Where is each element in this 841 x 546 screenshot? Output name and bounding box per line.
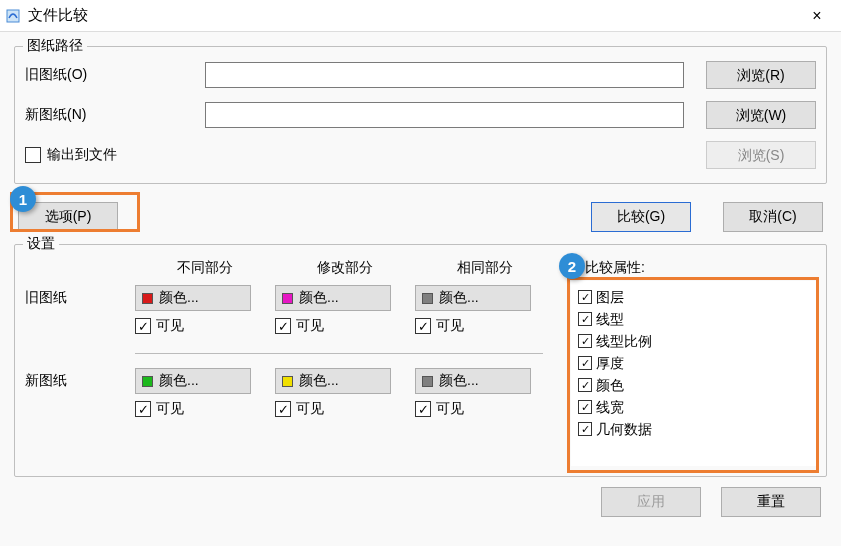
annotation-badge-2: 2 (559, 253, 585, 279)
close-button[interactable]: × (797, 0, 837, 32)
attr-checkbox[interactable]: ✓ (578, 334, 592, 348)
svg-rect-0 (7, 10, 19, 22)
compare-attrs-label: 比较属性: (585, 259, 816, 277)
visible-label: 可见 (296, 317, 324, 335)
new-drawing-label: 新图纸(N) (25, 106, 205, 124)
old-drawing-row: 旧图纸(O) 浏览(R) (25, 61, 816, 89)
new-same-color-button[interactable]: 颜色... (415, 368, 531, 394)
new-mod-visible-checkbox[interactable]: ✓ (275, 401, 291, 417)
compare-button[interactable]: 比较(G) (591, 202, 691, 232)
midbar: 1 选项(P) 比较(G) 取消(C) (14, 202, 827, 232)
attr-checkbox[interactable]: ✓ (578, 400, 592, 414)
color-label: 颜色... (159, 372, 199, 390)
app-icon (4, 7, 22, 25)
attr-checkbox[interactable]: ✓ (578, 356, 592, 370)
compare-attrs-list: ✓图层 ✓线型 ✓线型比例 ✓厚度 ✓颜色 ✓线宽 ✓几何数据 (571, 281, 816, 466)
attr-checkbox[interactable]: ✓ (578, 422, 592, 436)
attr-label: 厚度 (596, 352, 624, 374)
visible-label: 可见 (156, 400, 184, 418)
browse-output-button: 浏览(S) (706, 141, 816, 169)
output-to-file-checkbox[interactable] (25, 147, 41, 163)
cancel-button[interactable]: 取消(C) (723, 202, 823, 232)
attr-item-layer[interactable]: ✓图层 (578, 286, 809, 308)
new-drawing-row: 新图纸(N) 浏览(W) (25, 101, 816, 129)
attr-item-geometry[interactable]: ✓几何数据 (578, 418, 809, 440)
output-file-row: 输出到文件 浏览(S) (25, 141, 816, 169)
col-mod-label: 修改部分 (275, 259, 415, 277)
paths-legend: 图纸路径 (23, 37, 87, 55)
old-drawing-label: 旧图纸(O) (25, 66, 205, 84)
settings-columns-header: 不同部分 修改部分 相同部分 (25, 259, 565, 277)
settings-divider (135, 353, 543, 354)
color-label: 颜色... (299, 372, 339, 390)
col-same-label: 相同部分 (415, 259, 555, 277)
new-row-label: 新图纸 (25, 372, 135, 390)
old-row-label: 旧图纸 (25, 289, 135, 307)
old-diff-visible-checkbox[interactable]: ✓ (135, 318, 151, 334)
dialog-body: 图纸路径 旧图纸(O) 浏览(R) 新图纸(N) 浏览(W) 输出到文件 浏览(… (0, 32, 841, 546)
new-colors-row: 新图纸 颜色... 颜色... 颜色... (25, 368, 565, 394)
settings-groupbox: 设置 不同部分 修改部分 相同部分 旧图纸 颜色... (14, 244, 827, 477)
attr-label: 线型 (596, 308, 624, 330)
old-same-swatch (422, 293, 433, 304)
color-label: 颜色... (439, 289, 479, 307)
attr-item-linetype[interactable]: ✓线型 (578, 308, 809, 330)
new-diff-swatch (142, 376, 153, 387)
visible-label: 可见 (296, 400, 324, 418)
attr-item-color[interactable]: ✓颜色 (578, 374, 809, 396)
new-diff-color-button[interactable]: 颜色... (135, 368, 251, 394)
color-label: 颜色... (439, 372, 479, 390)
new-drawing-input[interactable] (205, 102, 684, 128)
browse-old-button[interactable]: 浏览(R) (706, 61, 816, 89)
settings-legend: 设置 (23, 235, 59, 253)
close-icon: × (812, 7, 821, 25)
bottom-buttons: 应用 重置 (14, 487, 827, 517)
paths-groupbox: 图纸路径 旧图纸(O) 浏览(R) 新图纸(N) 浏览(W) 输出到文件 浏览(… (14, 46, 827, 184)
visible-label: 可见 (436, 317, 464, 335)
attr-label: 线型比例 (596, 330, 652, 352)
attr-label: 颜色 (596, 374, 624, 396)
browse-new-button[interactable]: 浏览(W) (706, 101, 816, 129)
color-label: 颜色... (299, 289, 339, 307)
apply-button[interactable]: 应用 (601, 487, 701, 517)
attr-checkbox[interactable]: ✓ (578, 290, 592, 304)
old-diff-swatch (142, 293, 153, 304)
attr-checkbox[interactable]: ✓ (578, 378, 592, 392)
old-diff-color-button[interactable]: 颜色... (135, 285, 251, 311)
new-same-swatch (422, 376, 433, 387)
color-label: 颜色... (159, 289, 199, 307)
visible-label: 可见 (436, 400, 464, 418)
new-diff-visible-checkbox[interactable]: ✓ (135, 401, 151, 417)
old-mod-color-button[interactable]: 颜色... (275, 285, 391, 311)
old-colors-row: 旧图纸 颜色... 颜色... 颜色... (25, 285, 565, 311)
old-same-color-button[interactable]: 颜色... (415, 285, 531, 311)
attr-label: 线宽 (596, 396, 624, 418)
visible-label: 可见 (156, 317, 184, 335)
output-to-file-label: 输出到文件 (47, 146, 117, 164)
attr-checkbox[interactable]: ✓ (578, 312, 592, 326)
reset-button[interactable]: 重置 (721, 487, 821, 517)
attr-label: 几何数据 (596, 418, 652, 440)
old-visible-row: ✓ 可见 ✓ 可见 ✓ 可见 (25, 317, 565, 335)
window-title: 文件比较 (28, 6, 797, 25)
attr-item-lineweight[interactable]: ✓线宽 (578, 396, 809, 418)
old-drawing-input[interactable] (205, 62, 684, 88)
old-mod-swatch (282, 293, 293, 304)
titlebar: 文件比较 × (0, 0, 841, 32)
old-same-visible-checkbox[interactable]: ✓ (415, 318, 431, 334)
new-mod-color-button[interactable]: 颜色... (275, 368, 391, 394)
new-same-visible-checkbox[interactable]: ✓ (415, 401, 431, 417)
attr-item-thickness[interactable]: ✓厚度 (578, 352, 809, 374)
attr-label: 图层 (596, 286, 624, 308)
new-mod-swatch (282, 376, 293, 387)
annotation-badge-1: 1 (10, 186, 36, 212)
old-mod-visible-checkbox[interactable]: ✓ (275, 318, 291, 334)
attr-item-ltscale[interactable]: ✓线型比例 (578, 330, 809, 352)
new-visible-row: ✓ 可见 ✓ 可见 ✓ 可见 (25, 400, 565, 418)
col-diff-label: 不同部分 (135, 259, 275, 277)
